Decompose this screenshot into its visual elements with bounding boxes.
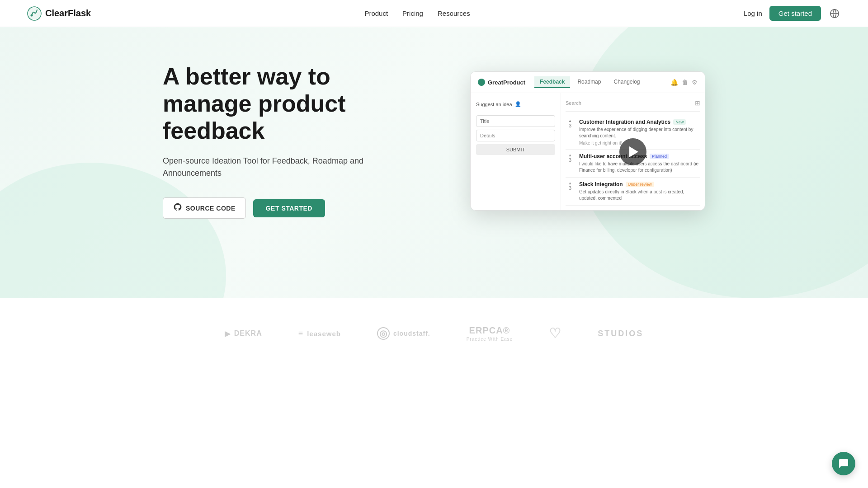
hero-section: A better way to manage product feedback … [0,27,868,298]
logo-icon [27,6,42,21]
mockup-product-name: GreatProduct [488,79,525,86]
mockup-right-panel: Search ⊞ ▲ 3 Customer Integration [561,93,705,210]
mockup-logo-dot [478,79,485,86]
bell-icon: 🔔 [670,79,678,86]
vote-up-1: ▲ [566,119,575,123]
play-triangle [629,146,638,157]
app-mockup: GreatProduct Feedback Roadmap Changelog … [470,71,705,211]
mockup-logo: GreatProduct [478,79,525,86]
logo-heart: ♡ [549,327,561,340]
vote-count-1: ▲ 3 [566,119,575,145]
item-title-1: Customer Integration and Analytics New [579,119,700,125]
mockup-icons: 🔔 🗑 ⚙ [670,79,698,86]
details-input[interactable] [476,130,555,141]
nav-right: Log in Get started [744,6,841,21]
nav-pricing[interactable]: Pricing [402,9,423,17]
hero-buttons: SOURCE CODE GET STARTED [163,197,380,219]
logo-studios: STUDIOS [598,329,643,338]
item-desc-1: Improve the experience of digging deeper… [579,127,700,139]
source-code-button[interactable]: SOURCE CODE [163,197,246,219]
user-icon: 👤 [515,101,521,107]
submit-button[interactable]: SUBMIT [476,144,555,155]
mockup-suggest-btn: Suggest an idea 👤 [476,99,555,110]
mockup-tab-changelog[interactable]: Changelog [608,76,645,88]
hero-left: A better way to manage product feedback … [163,63,380,219]
source-code-label: SOURCE CODE [186,205,236,212]
mockup-tabs: Feedback Roadmap Changelog [534,76,645,88]
dekra-arrow-icon: ▶ [225,329,231,338]
get-started-hero-button[interactable]: GET STARTED [253,199,325,217]
nav-links: Product Pricing Resources [364,9,470,17]
hero-right: GreatProduct Feedback Roadmap Changelog … [470,71,705,211]
logos-section: ▶ DEKRA ≡ leaseweb ◎ cloudstaff. ERPCA® … [0,298,868,378]
hero-title: A better way to manage product feedback [163,63,380,144]
item-content-3: Slack Integration Under review Get updat… [579,181,700,202]
mockup-search-bar: Search ⊞ [566,98,700,112]
title-input[interactable] [476,115,555,127]
svg-point-1 [31,14,33,16]
play-button[interactable] [619,138,646,165]
trash-icon: 🗑 [682,79,688,86]
vote-up-3: ▲ [566,181,575,185]
item-desc-3: Get updates directly in Slack when a pos… [579,189,700,202]
get-started-nav-button[interactable]: Get started [769,6,821,21]
badge-planned-2: Planned [650,154,669,159]
hero-subtitle: Open-source Ideation Tool for Feedback, … [163,155,380,179]
vote-count-2: ▲ 3 [566,153,575,174]
leaseweb-icon: ≡ [298,329,304,338]
logo-erpca: ERPCA® Practice With Ease [467,325,513,342]
logo-dekra: ▶ DEKRA [225,329,262,338]
login-link[interactable]: Log in [744,9,762,17]
nav-product[interactable]: Product [364,9,388,17]
suggest-label: Suggest an idea [476,102,512,107]
item-title-3: Slack Integration Under review [579,181,700,188]
settings-icon: ⚙ [692,79,698,86]
cloudstaff-icon: ◎ [377,327,390,340]
logo-text: ClearFlask [45,8,91,19]
logo-leaseweb: ≡ leaseweb [298,329,341,338]
svg-point-0 [28,7,41,20]
github-icon [173,202,182,214]
navbar: ClearFlask Product Pricing Resources Log… [0,0,868,27]
mockup-left-panel: Suggest an idea 👤 SUBMIT [471,93,561,210]
logo[interactable]: ClearFlask [27,6,91,21]
mockup-body: Suggest an idea 👤 SUBMIT Search [471,93,705,210]
mockup-tab-roadmap[interactable]: Roadmap [572,76,606,88]
badge-new-1: New [673,119,686,125]
mockup-tab-feedback[interactable]: Feedback [534,76,570,88]
badge-review-3: Under review [626,182,654,187]
language-icon[interactable] [828,7,841,20]
vote-up-2: ▲ [566,153,575,157]
logo-cloudstaff: ◎ cloudstaff. [377,327,430,340]
nav-resources[interactable]: Resources [438,9,470,17]
vote-count-3: ▲ 3 [566,181,575,202]
grid-icon: ⊞ [695,99,700,107]
mockup-topbar: GreatProduct Feedback Roadmap Changelog … [471,72,705,93]
search-label[interactable]: Search [566,100,581,106]
feedback-item-3: ▲ 3 Slack Integration Under review Get u… [566,178,700,206]
mockup-form: SUBMIT [476,115,555,155]
